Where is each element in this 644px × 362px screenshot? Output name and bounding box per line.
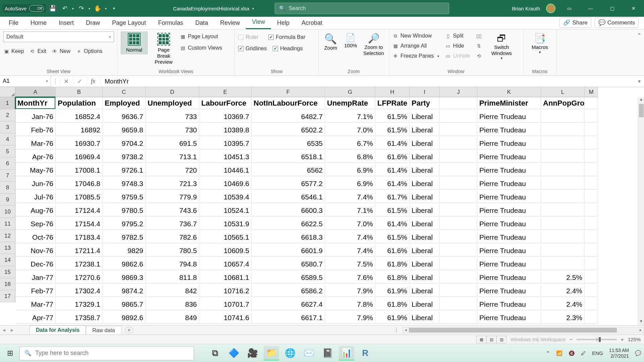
cell[interactable]: 61.5% <box>375 111 410 123</box>
column-header[interactable]: F <box>252 87 325 97</box>
cell[interactable]: 16969.4 <box>56 151 103 163</box>
cell[interactable]: 61.5% <box>375 231 410 243</box>
cell[interactable]: 9865.7 <box>103 298 146 310</box>
cell[interactable]: Jan-77 <box>15 272 56 284</box>
cell[interactable]: 6.9% <box>325 164 375 176</box>
cell[interactable] <box>440 231 477 243</box>
gridlines-checkbox[interactable]: ✔Gridlines <box>238 45 267 52</box>
cell[interactable]: 61.6% <box>375 151 410 163</box>
cell[interactable] <box>440 245 477 257</box>
cell[interactable] <box>541 204 585 217</box>
normal-view-button[interactable]: Normal <box>121 32 148 54</box>
cell[interactable]: Pierre Trudeau <box>477 298 541 310</box>
row-header[interactable]: 2 <box>0 109 15 121</box>
cells-area[interactable]: MonthYrPopulationEmployedUnemployedLabou… <box>15 97 598 325</box>
outlook-icon[interactable]: ✉️ <box>301 346 317 361</box>
cell[interactable]: 836 <box>146 298 199 310</box>
cell[interactable] <box>440 258 477 270</box>
horizontal-scrollbar[interactable]: ◂ ▸ <box>402 327 644 333</box>
cell[interactable]: Liberal <box>410 111 440 123</box>
cell[interactable]: Pierre Trudeau <box>477 137 541 149</box>
cell[interactable]: 61.4% <box>375 218 410 230</box>
cell[interactable] <box>440 204 477 217</box>
view-side-by-side-button[interactable]: ▯▯ <box>476 32 482 40</box>
minimize-button[interactable]: — <box>583 2 598 15</box>
cell[interactable]: 17211.4 <box>56 245 103 257</box>
row-header[interactable]: 8 <box>0 182 15 194</box>
ribbon-display-options-icon[interactable]: ▭ <box>561 2 577 15</box>
tab-page-layout[interactable]: Page Layout <box>106 17 152 29</box>
wifi-icon[interactable]: 📶 <box>556 350 562 356</box>
cell[interactable]: Apr-77 <box>15 312 56 324</box>
cell[interactable]: 7.4% <box>325 231 375 243</box>
cell[interactable]: MonthYr <box>15 97 56 109</box>
undo-icon[interactable]: ↶ <box>59 3 70 14</box>
cell[interactable]: 6518.1 <box>252 151 325 163</box>
cell[interactable]: Feb-77 <box>15 285 56 297</box>
onenote-icon[interactable]: 📓 <box>320 346 335 361</box>
cell[interactable]: Pierre Trudeau <box>477 164 541 176</box>
close-button[interactable]: ✕ <box>626 2 641 15</box>
search-input[interactable] <box>289 5 445 11</box>
cell[interactable]: 6.8% <box>325 151 375 163</box>
cell[interactable]: 6535 <box>252 137 325 149</box>
cell[interactable]: 7.9% <box>325 285 375 297</box>
cell[interactable]: 10451.3 <box>199 151 252 163</box>
cell[interactable] <box>541 124 585 136</box>
cell[interactable]: 811.8 <box>146 272 199 284</box>
macros-button[interactable]: 📑Macros▾ <box>527 32 553 56</box>
row-header[interactable]: 11 <box>0 218 15 230</box>
cell[interactable] <box>541 111 585 123</box>
cell[interactable]: 10565.1 <box>199 231 252 243</box>
tab-formulas[interactable]: Formulas <box>152 17 189 29</box>
undo-dropdown-icon[interactable]: ▾ <box>71 7 74 10</box>
cell[interactable] <box>585 97 598 109</box>
search-box[interactable]: 🔍 <box>275 3 449 14</box>
cell[interactable] <box>585 204 598 217</box>
cell[interactable]: 61.9% <box>375 312 410 324</box>
cell[interactable]: 6502.2 <box>252 124 325 136</box>
zoom-to-selection-button[interactable]: 🔎Zoom to Selection <box>362 32 385 58</box>
save-icon[interactable]: 💾 <box>47 3 58 14</box>
sheet-tab-active[interactable]: Data for Analysis <box>30 325 86 335</box>
row-header[interactable]: 14 <box>0 254 15 266</box>
cell[interactable]: Pierre Trudeau <box>477 231 541 243</box>
cell[interactable] <box>541 218 585 230</box>
cell[interactable]: Pierre Trudeau <box>477 111 541 123</box>
arrange-all-button[interactable]: ▦Arrange All <box>392 42 439 50</box>
cancel-formula-button[interactable]: ✕ <box>60 76 73 87</box>
cell[interactable] <box>440 97 477 109</box>
cell[interactable] <box>440 298 477 310</box>
cell[interactable]: 9869.3 <box>103 272 146 284</box>
cell[interactable] <box>440 124 477 136</box>
cell[interactable]: Liberal <box>410 164 440 176</box>
custom-views-button[interactable]: ▤Custom Views <box>180 44 222 52</box>
sheet-tab-raw-data[interactable]: Raw data <box>86 326 121 335</box>
cell[interactable]: 16852.4 <box>56 111 103 123</box>
cell[interactable] <box>440 151 477 163</box>
app-icon[interactable]: 🔷 <box>226 346 241 361</box>
cell[interactable]: 794.8 <box>146 258 199 270</box>
cell[interactable]: 17358.7 <box>56 312 103 324</box>
cell[interactable] <box>541 231 585 243</box>
cell[interactable]: 2.5% <box>541 272 585 284</box>
cell[interactable]: 9759.5 <box>103 191 146 203</box>
cell[interactable]: 61.8% <box>375 272 410 284</box>
cell[interactable] <box>440 111 477 123</box>
tab-home[interactable]: Home <box>24 17 53 29</box>
cell[interactable]: 17270.6 <box>56 272 103 284</box>
cell[interactable]: Pierre Trudeau <box>477 285 541 297</box>
insert-function-button[interactable]: fx <box>87 76 100 87</box>
tab-view[interactable]: View <box>246 16 271 29</box>
taskbar-search-input[interactable] <box>35 350 189 357</box>
r-app-icon[interactable]: R <box>358 346 373 361</box>
scroll-left-icon[interactable]: ◂ <box>403 328 409 332</box>
cell[interactable] <box>585 191 598 203</box>
cell[interactable]: 9874.2 <box>103 285 146 297</box>
cell[interactable]: Dec-76 <box>15 258 56 270</box>
cell[interactable]: Pierre Trudeau <box>477 151 541 163</box>
cell[interactable]: 9726.1 <box>103 164 146 176</box>
language-indicator[interactable]: ENG <box>592 350 603 356</box>
cell[interactable]: 6618.3 <box>252 231 325 243</box>
column-header[interactable]: K <box>477 87 541 97</box>
